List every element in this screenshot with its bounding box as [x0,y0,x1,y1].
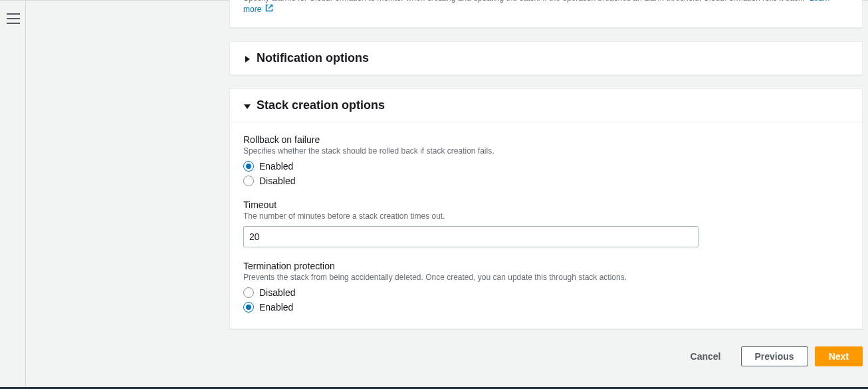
notification-header[interactable]: Notification options [230,42,862,74]
radio-unchecked-icon [243,287,254,298]
alarm-description: Specify alarms for CloudFormation to mon… [243,0,849,15]
main-content: Specify alarms for CloudFormation to mon… [229,0,863,389]
radio-checked-icon [243,161,254,172]
previous-button[interactable]: Previous [741,346,808,366]
stack-creation-body: Rollback on failure Specifies whether th… [230,122,862,328]
next-button[interactable]: Next [815,346,863,366]
rollback-desc: Specifies whether the stack should be ro… [243,146,849,156]
rollback-disabled-label: Disabled [259,176,295,186]
stack-creation-header[interactable]: Stack creation options [230,89,862,122]
alarm-desc-text: Specify alarms for CloudFormation to mon… [243,0,804,3]
footer-actions: Cancel Previous Next [229,342,863,374]
termination-label: Termination protection [243,261,849,271]
stack-creation-panel: Stack creation options Rollback on failu… [229,88,863,329]
termination-desc: Prevents the stack from being accidental… [243,273,849,282]
rollback-enabled-label: Enabled [259,161,293,172]
radio-checked-icon [243,302,254,313]
rollback-label: Rollback on failure [243,134,849,145]
svg-rect-0 [7,13,20,15]
cancel-button[interactable]: Cancel [677,347,734,366]
left-divider [25,1,26,389]
termination-enabled-label: Enabled [259,302,293,313]
stack-creation-title: Stack creation options [257,98,385,112]
timeout-desc: The number of minutes before a stack cre… [243,211,849,221]
hamburger-menu-button[interactable] [7,13,20,24]
rollback-enabled-radio[interactable]: Enabled [243,161,849,172]
caret-down-icon [243,102,251,110]
timeout-input[interactable] [243,226,699,247]
notification-title: Notification options [257,51,369,65]
svg-marker-4 [244,104,251,109]
svg-rect-2 [7,23,20,24]
notification-panel: Notification options [229,41,863,75]
hamburger-icon [7,13,20,24]
termination-enabled-radio[interactable]: Enabled [243,302,849,313]
caret-right-icon [243,55,251,63]
termination-disabled-radio[interactable]: Disabled [243,287,849,298]
rollback-field: Rollback on failure Specifies whether th… [243,134,849,186]
timeout-label: Timeout [243,199,849,210]
termination-disabled-label: Disabled [259,287,295,298]
rollback-disabled-radio[interactable]: Disabled [243,176,849,186]
svg-marker-3 [245,56,250,63]
svg-rect-1 [7,18,20,19]
timeout-field: Timeout The number of minutes before a s… [243,199,849,247]
alarm-panel: Specify alarms for CloudFormation to mon… [229,0,863,28]
termination-field: Termination protection Prevents the stac… [243,261,849,313]
external-link-icon [265,4,273,15]
radio-unchecked-icon [243,176,254,186]
